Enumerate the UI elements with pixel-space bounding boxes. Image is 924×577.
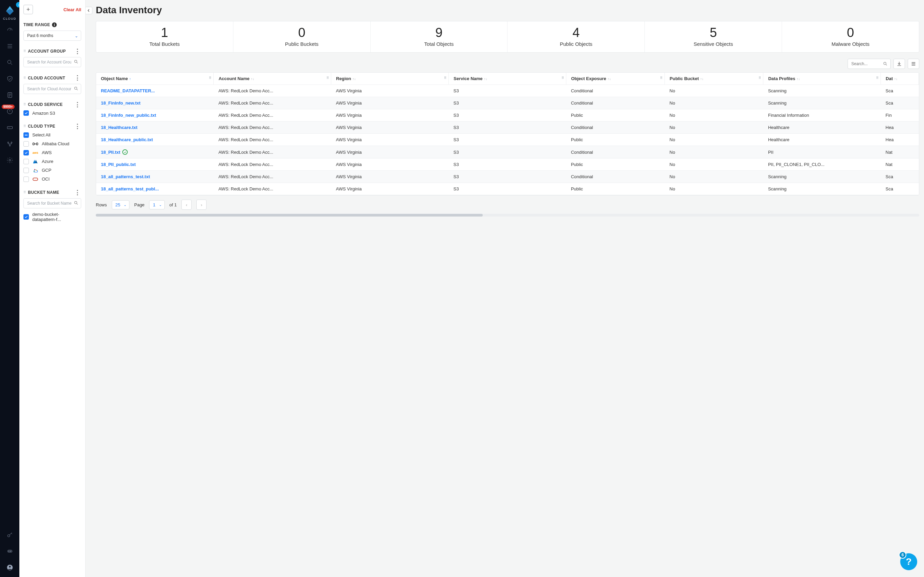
page-number-select[interactable]: 1⌄ (149, 200, 165, 210)
object-link[interactable]: 18_Healthcare.txt (101, 125, 137, 130)
column-options-icon[interactable]: ⠿ (876, 76, 879, 80)
object-link[interactable]: 18_FinInfo_new_public.txt (101, 113, 156, 118)
column-header[interactable]: Service Name↑↓⠿ (449, 73, 566, 85)
column-header[interactable]: Account Name↑↓⠿ (214, 73, 331, 85)
nav-dashboard-icon[interactable] (6, 26, 13, 33)
object-link[interactable]: 18_all_patterns_test_publ... (101, 186, 159, 192)
column-header[interactable]: Dat↑↓ (881, 73, 919, 85)
account-group-menu[interactable]: ⋮ (74, 49, 81, 54)
stat-card[interactable]: 0Malware Objects (782, 21, 919, 52)
filter-option[interactable]: awsAWS (23, 150, 81, 155)
column-header[interactable]: Object Exposure↑↓⠿ (566, 73, 665, 85)
nav-list-icon[interactable] (6, 43, 13, 50)
time-range-select[interactable]: Past 6 months ⌄ (23, 31, 81, 41)
help-button[interactable]: 6 ? (900, 553, 917, 570)
nav-api-icon[interactable] (6, 548, 13, 554)
clear-all-button[interactable]: Clear All (63, 7, 81, 12)
filter-option[interactable]: Azure (23, 159, 81, 164)
cloud-account-search[interactable] (23, 84, 81, 94)
object-link[interactable]: 18_FinInfo_new.txt (101, 100, 141, 106)
cloud-account-menu[interactable]: ⋮ (74, 75, 81, 80)
download-button[interactable] (893, 59, 905, 69)
checkbox[interactable] (23, 176, 29, 182)
column-options-icon[interactable]: ⠿ (326, 76, 329, 80)
drag-handle-icon[interactable]: ⠿ (23, 191, 26, 194)
next-page-button[interactable]: › (196, 200, 207, 210)
column-options-icon[interactable]: ⠿ (562, 76, 564, 80)
filter-option[interactable]: Alibaba Cloud (23, 141, 81, 147)
column-header[interactable]: Object Name↑⠿ (96, 73, 214, 85)
column-header[interactable]: Region↑↓⠿ (331, 73, 449, 85)
table-cell: 18_FinInfo_new_public.txt (96, 109, 214, 121)
drag-handle-icon[interactable]: ⠿ (23, 103, 26, 106)
object-link[interactable]: README_DATAPATTER... (101, 88, 155, 93)
stat-card[interactable]: 5Sensitive Objects (645, 21, 782, 52)
stat-card[interactable]: 9Total Objects (371, 21, 508, 52)
scrollbar-thumb[interactable] (96, 214, 483, 216)
prev-page-button[interactable]: ‹ (181, 200, 192, 210)
filter-option[interactable]: Amazon S3 (23, 110, 81, 116)
nav-alerts-icon[interactable]: 9999+ (6, 108, 13, 115)
table-cell: Public (566, 109, 665, 121)
nav-key-icon[interactable] (6, 532, 13, 538)
add-filter-button[interactable]: + (23, 5, 33, 14)
main-content: Data Inventory 1Total Buckets0Public Buc… (86, 0, 924, 577)
horizontal-scrollbar[interactable] (96, 214, 919, 216)
nav-shield-icon[interactable] (6, 75, 13, 82)
drag-handle-icon[interactable]: ⠿ (23, 50, 26, 53)
checkbox[interactable] (23, 168, 29, 173)
nav-search-icon[interactable] (6, 59, 13, 66)
nav-profile-icon[interactable] (6, 564, 13, 571)
filter-option-label: Alibaba Cloud (42, 141, 69, 146)
bucket-name-menu[interactable]: ⋮ (74, 190, 81, 195)
checkbox[interactable] (23, 141, 29, 147)
column-options-icon[interactable]: ⠿ (759, 76, 761, 80)
stat-card[interactable]: 4Public Objects (507, 21, 645, 52)
cloud-service-menu[interactable]: ⋮ (74, 102, 81, 107)
table-cell: Scanning (763, 171, 881, 183)
checkbox[interactable] (23, 110, 29, 116)
stat-label: Public Buckets (237, 41, 367, 47)
object-link[interactable]: 18_Healthcare_public.txt (101, 137, 153, 142)
bucket-name-search[interactable] (23, 198, 81, 208)
object-link[interactable]: 18_PII_public.txt (101, 162, 136, 167)
object-link[interactable]: 18_PII.txt (101, 149, 128, 155)
stat-value: 9 (374, 26, 504, 39)
cloud-type-label: CLOUD TYPE (28, 124, 55, 129)
table-search-input[interactable] (851, 61, 883, 66)
collapse-filter-button[interactable] (86, 7, 92, 14)
svg-point-24 (34, 171, 35, 172)
stat-card[interactable]: 0Public Buckets (233, 21, 371, 52)
nav-storage-icon[interactable] (6, 124, 13, 131)
checkbox[interactable] (23, 214, 29, 219)
nav-report-icon[interactable] (6, 92, 13, 98)
column-options-icon[interactable]: ⠿ (660, 76, 662, 80)
drag-handle-icon[interactable]: ⠿ (23, 76, 26, 80)
column-options-icon[interactable]: ⠿ (444, 76, 446, 80)
info-icon[interactable]: i (52, 23, 57, 27)
page-of-text: of 1 (170, 202, 177, 207)
object-link[interactable]: 18_all_patterns_test.txt (101, 174, 150, 179)
checkbox[interactable] (23, 150, 29, 155)
table-cell: Sca (881, 171, 919, 183)
column-header[interactable]: Public Bucket↑↓⠿ (665, 73, 763, 85)
filter-option[interactable]: GCP (23, 168, 81, 173)
columns-button[interactable] (908, 59, 919, 69)
table-cell: Public (566, 134, 665, 146)
account-group-search[interactable] (23, 57, 81, 67)
rows-per-page-select[interactable]: 25⌄ (112, 200, 129, 210)
filter-account-group: ⠿ACCOUNT GROUP ⋮ (23, 49, 81, 67)
column-options-icon[interactable]: ⠿ (209, 76, 211, 80)
checkbox[interactable] (23, 159, 29, 164)
select-all-checkbox[interactable] (23, 132, 29, 138)
drag-handle-icon[interactable]: ⠿ (23, 124, 26, 128)
stat-card[interactable]: 1Total Buckets (96, 21, 233, 52)
table-search[interactable] (848, 59, 891, 69)
filter-option[interactable]: OCI (23, 176, 81, 182)
nav-settings-icon[interactable] (6, 157, 13, 164)
nav-rail: › CLOUD 9999+ (0, 0, 19, 577)
nav-network-icon[interactable] (6, 140, 13, 147)
filter-option[interactable]: demo-bucket-datapattern-f... (23, 212, 81, 222)
cloud-type-menu[interactable]: ⋮ (74, 124, 81, 129)
column-header[interactable]: Data Profiles↑↓⠿ (763, 73, 881, 85)
